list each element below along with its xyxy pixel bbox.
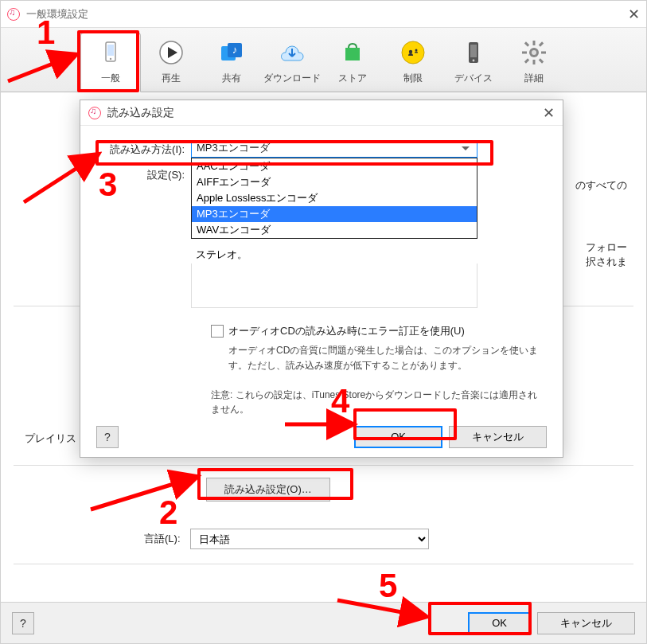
- tab-downloads[interactable]: ダウンロード: [262, 33, 322, 92]
- gear-icon: [504, 37, 564, 68]
- error-correction-note: オーディオCDの音質に問題が発生した場合は、このオプションを使います。ただし、読…: [228, 343, 544, 373]
- tab-advanced-label: 詳細: [504, 72, 564, 85]
- svg-rect-19: [541, 52, 546, 54]
- itunes-logo-icon: [7, 8, 20, 21]
- store-note: 注意: これらの設定は、iTunes Storeからダウンロードした音楽には適用…: [211, 388, 544, 417]
- tab-restrictions-label: 制限: [383, 72, 443, 85]
- tab-devices-label: デバイス: [443, 72, 504, 85]
- language-select[interactable]: 日本語: [190, 529, 429, 549]
- help-button[interactable]: ?: [12, 612, 34, 634]
- divider: [14, 564, 633, 564]
- bg-text: のすべての: [575, 178, 627, 193]
- encoder-option-wav[interactable]: WAVエンコーダ: [192, 222, 477, 238]
- svg-rect-20: [524, 41, 529, 46]
- svg-point-9: [402, 41, 424, 64]
- download-icon: [262, 37, 322, 68]
- svg-rect-17: [533, 60, 536, 64]
- ok-button[interactable]: OK: [468, 612, 531, 634]
- svg-rect-8: [345, 48, 360, 60]
- encoder-option-mp3[interactable]: MP3エンコーダ: [192, 206, 477, 222]
- svg-point-2: [110, 58, 111, 60]
- tab-restrictions[interactable]: 制限: [383, 33, 443, 92]
- svg-rect-22: [539, 41, 544, 46]
- tab-sharing-label: 共有: [201, 72, 262, 85]
- restrictions-icon: [383, 37, 443, 68]
- error-correction-label: オーディオCDの読み込み時にエラー訂正を使用(U): [228, 324, 465, 338]
- dialog-titlebar: 読み込み設定 ✕: [80, 100, 563, 126]
- dialog-help-button[interactable]: ?: [96, 426, 119, 448]
- bg-text: 択されま: [586, 255, 627, 269]
- playlist-label: プレイリスト: [25, 431, 87, 446]
- language-row: 言語(L): 日本語: [144, 529, 429, 549]
- import-method-select-wrap: MP3エンコーダ AACエンコーダ AIFFエンコーダ Apple Lossle…: [191, 140, 544, 158]
- preferences-toolbar: 一般 再生 ♪ 共有 ダウンロード ストア: [1, 28, 646, 92]
- dialog-ok-button[interactable]: OK: [354, 426, 442, 448]
- store-icon: [322, 37, 383, 68]
- main-footer: ? OK キャンセル: [1, 602, 646, 643]
- encoder-option-aac[interactable]: AACエンコーダ: [192, 158, 477, 174]
- encoder-option-lossless[interactable]: Apple Losslessエンコーダ: [192, 190, 477, 206]
- tab-playback[interactable]: 再生: [141, 33, 201, 92]
- svg-rect-21: [539, 58, 544, 63]
- sharing-icon: ♪: [201, 37, 262, 68]
- stereo-note: ステレオ。: [191, 246, 477, 263]
- titlebar: 一般環境設定 ✕: [1, 1, 646, 28]
- play-icon: [141, 37, 201, 68]
- cancel-button[interactable]: キャンセル: [537, 612, 635, 634]
- dialog-title: 読み込み設定: [107, 106, 174, 120]
- stereo-box: [191, 263, 477, 308]
- import-settings-dialog: 読み込み設定 ✕ 読み込み方法(I): MP3エンコーダ AACエンコーダ AI…: [80, 100, 563, 458]
- import-method-select[interactable]: MP3エンコーダ: [191, 140, 477, 158]
- error-correction-checkbox[interactable]: [211, 325, 224, 338]
- svg-point-24: [532, 50, 536, 55]
- svg-rect-16: [533, 41, 536, 45]
- tab-general-label: 一般: [81, 72, 140, 85]
- import-settings-button[interactable]: 読み込み設定(O)…: [206, 478, 330, 502]
- svg-rect-18: [522, 52, 527, 54]
- dialog-body: 読み込み方法(I): MP3エンコーダ AACエンコーダ AIFFエンコーダ A…: [80, 126, 563, 416]
- window-title: 一般環境設定: [26, 7, 88, 21]
- svg-point-10: [409, 50, 412, 53]
- import-method-row: 読み込み方法(I): MP3エンコーダ AACエンコーダ AIFFエンコーダ A…: [99, 140, 544, 158]
- svg-point-11: [415, 49, 418, 52]
- dialog-close-button[interactable]: ✕: [543, 104, 555, 122]
- tab-devices[interactable]: デバイス: [443, 33, 504, 92]
- device-icon: [443, 37, 504, 68]
- dialog-footer: ? OK キャンセル: [80, 417, 563, 457]
- tab-general[interactable]: 一般: [80, 33, 141, 92]
- window-close-button[interactable]: ✕: [628, 6, 640, 23]
- svg-rect-23: [524, 58, 529, 63]
- svg-rect-13: [470, 45, 477, 57]
- language-label: 言語(L):: [144, 532, 181, 546]
- tab-advanced[interactable]: 詳細: [504, 33, 564, 92]
- bg-text: フォロー: [586, 240, 627, 255]
- error-correction-row: オーディオCDの読み込み時にエラー訂正を使用(U): [211, 324, 544, 338]
- dialog-cancel-button[interactable]: キャンセル: [449, 426, 547, 448]
- tab-store[interactable]: ストア: [322, 33, 383, 92]
- import-method-label: 読み込み方法(I):: [99, 140, 191, 157]
- tab-sharing[interactable]: ♪ 共有: [201, 33, 262, 92]
- tab-playback-label: 再生: [141, 72, 201, 85]
- settings-label: 設定(S):: [99, 166, 191, 182]
- divider: [14, 465, 633, 466]
- import-method-dropdown: AACエンコーダ AIFFエンコーダ Apple Losslessエンコーダ M…: [191, 158, 477, 239]
- svg-text:♪: ♪: [232, 44, 238, 56]
- tab-downloads-label: ダウンロード: [262, 72, 322, 85]
- svg-rect-1: [107, 45, 114, 56]
- svg-point-14: [473, 60, 475, 62]
- itunes-logo-icon: [88, 107, 101, 119]
- tab-store-label: ストア: [322, 72, 383, 85]
- encoder-option-aiff[interactable]: AIFFエンコーダ: [192, 174, 477, 190]
- general-icon: [81, 37, 140, 68]
